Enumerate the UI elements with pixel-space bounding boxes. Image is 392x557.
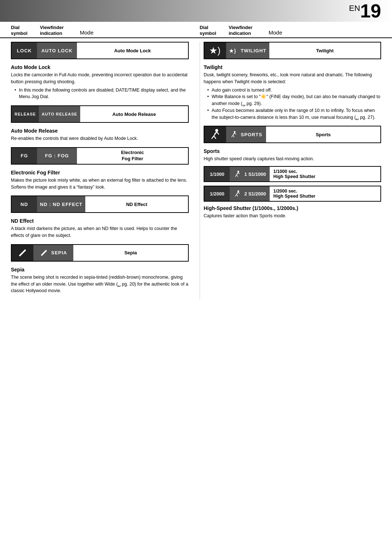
header-left: Dial symbol Viewfinder indication Mode [11,25,196,36]
header-group-right: Dial symbol Viewfinder indication Mode [200,25,282,36]
header-dial-right: Dial symbol [200,25,229,36]
auto-mode-release-body: Re-enables the controls that were disabl… [11,135,189,142]
fog-viewfinder: FG : FOG [37,148,77,164]
page-number: EN19 [349,1,381,20]
left-column: LOCK AUTO LOCK Auto Mode Lock Auto Mode … [11,42,192,299]
svg-line-12 [232,136,233,137]
svg-rect-0 [19,249,26,257]
nd-dial: ND [12,196,37,212]
svg-point-16 [237,171,239,173]
shutter-1000-icon: 1 S1/1000 [230,167,270,181]
main-content: LOCK AUTO LOCK Auto Mode Lock Auto Mode … [0,38,392,310]
release-viewfinder: AUTO RELEASE [39,106,80,122]
nd-effect-title: ND Effect [11,218,189,224]
twilight-row: ★) ★) TWILIGHT Twilight [204,42,381,59]
sports-dial-icon [204,126,226,142]
svg-rect-1 [41,250,47,256]
auto-mode-lock-body: Locks the camcorder in Full Auto mode, p… [11,72,189,100]
svg-line-13 [233,136,234,137]
svg-line-20 [238,173,240,174]
high-speed-title: High-Speed Shutter (1/1000s., 1/2000s.) [204,205,381,211]
svg-line-26 [238,192,240,194]
fog-mode: Electronic Fog Filter [77,148,188,164]
sports-viewfinder-icon [230,130,238,138]
auto-mode-lock-title: Auto Mode Lock [11,64,189,70]
svg-point-4 [215,129,218,132]
sepia-row: SEPIA Sepia [11,244,189,262]
header-viewfinder-left: Viewfinder indication [40,25,80,36]
sports-viewfinder: SPORTS [226,126,266,142]
header-right: Dial symbol Viewfinder indication Mode [196,25,381,36]
bullet-item: In this mode the following controls are … [15,87,189,101]
header-viewfinder-right: Viewfinder indication [229,25,269,36]
lock-dial: LOCK [12,43,37,58]
svg-line-6 [212,136,214,139]
nd-mode: ND Effect [85,196,188,212]
svg-point-22 [237,190,239,192]
svg-line-14 [235,133,236,134]
twilight-title: Twilight [204,64,381,70]
sports-row: SPORTS Sports [204,126,381,143]
sepia-body: The scene being shot is recorded in sepi… [11,274,189,294]
svg-line-8 [217,132,219,134]
twilight-bullet-2: Auto Focus becomes available only in the… [207,107,381,121]
en-label: EN [349,4,360,13]
twilight-dial-icon: ★) [204,43,226,58]
header-mode-left: Mode [80,29,94,36]
high-speed-body: Captures faster action than Sports mode. [204,213,381,219]
sports-body: High shutter speed clearly captures fast… [204,156,381,162]
svg-line-19 [237,175,238,177]
shutter-2000-num: 1/2000 [204,186,230,201]
sports-mode: Sports [266,126,380,142]
sepia-slash-icon [17,247,28,259]
auto-mode-release-row: RELEASE AUTO RELEASE Auto Mode Release [11,105,189,123]
lock-mode: Auto Mode Lock [77,43,188,58]
auto-mode-lock-row: LOCK AUTO LOCK Auto Mode Lock [11,42,189,59]
svg-line-25 [237,195,238,197]
shutter-1000-num: 1/1000 [204,167,230,181]
twilight-viewfinder-icon: ★) [229,46,238,55]
header-row: Dial symbol Viewfinder indication Mode D… [0,22,392,38]
twilight-bullet-1: White Balance is set to "☀️" (FINE day m… [207,93,381,107]
sepia-mode: Sepia [73,245,188,261]
twilight-bullets: Auto gain control is turned off. White B… [207,87,381,121]
twilight-dial-svg: ★) [208,44,222,57]
release-mode: Auto Mode Release [80,106,188,122]
shutter-2000-text: 1/2000 sec. High Speed Shutter [270,186,380,201]
svg-text:★): ★) [229,48,236,54]
twilight-body: Dusk, twilight scenery, fireworks, etc.,… [204,72,381,121]
shutter-2000-row: 1/2000 2 S1/2000 1/2000 sec. High Speed … [204,186,381,202]
shutter-1000-svg [233,170,241,178]
shutter-2000-icon: 2 S1/2000 [230,186,270,201]
sepia-title: Sepia [11,267,189,273]
sepia-dial-icon [12,245,33,261]
shutter-1000-text: 1/1000 sec. High Speed Shutter [270,167,380,181]
nd-effect-body: A black mist darkens the picture, as whe… [11,225,189,239]
shutter-1000-row: 1/1000 1 S1/1000 1/1000 sec. Hig [204,166,381,182]
sports-dial-svg [209,128,222,141]
header-dial-left: Dial symbol [11,25,40,36]
svg-line-7 [214,136,216,139]
release-dial: RELEASE [12,106,39,122]
sports-title: Sports [204,148,381,154]
fog-filter-body: Makes the picture look misty white, as w… [11,177,189,191]
nd-effect-row: ND ND : ND EFFECT ND Effect [11,195,189,213]
lock-viewfinder: AUTO LOCK [37,43,77,58]
fog-filter-row: FG FG : FOG Electronic Fog Filter [11,147,189,165]
page: EN19 Dial symbol Viewfinder indication M… [0,0,392,557]
sepia-viewfinder-icon [40,249,48,257]
header-mode-right: Mode [269,29,282,36]
twilight-mode: Twilight [269,43,380,58]
svg-line-18 [235,175,237,177]
svg-text:★): ★) [209,45,221,56]
auto-mode-lock-bullets: In this mode the following controls are … [15,87,189,101]
sepia-viewfinder: SEPIA [33,245,73,261]
shutter-2000-svg [233,190,241,198]
header-group-left: Dial symbol Viewfinder indication Mode [11,25,94,36]
svg-point-10 [234,131,236,133]
right-column: ★) ★) TWILIGHT Twilight Twilight Dusk, t… [200,42,381,299]
twilight-viewfinder: ★) TWILIGHT [226,43,269,58]
fog-dial: FG [12,148,37,164]
top-bar: EN19 [0,0,392,22]
fog-filter-title: Electronic Fog Filter [11,170,189,175]
